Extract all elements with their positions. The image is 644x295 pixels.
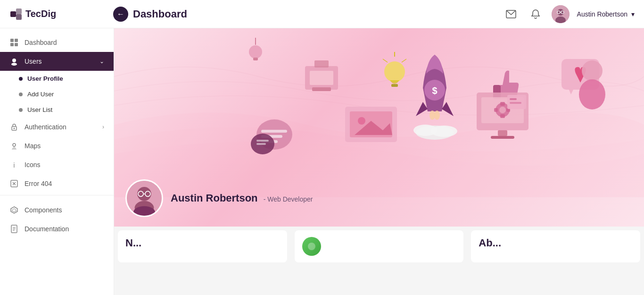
- notification-button[interactable]: [527, 6, 544, 23]
- maps-label: Maps: [25, 142, 104, 150]
- authentication-arrow-icon: ›: [102, 124, 104, 130]
- user-name: Austin Robertson: [577, 10, 627, 18]
- back-icon: ←: [117, 10, 124, 18]
- main-content: $: [114, 28, 644, 295]
- sidebar-sub-user-profile[interactable]: User Profile: [0, 71, 114, 86]
- svg-rect-2: [16, 14, 22, 20]
- svg-marker-22: [11, 207, 17, 213]
- sidebar-item-users[interactable]: Users ⌄: [0, 52, 114, 71]
- svg-rect-1: [16, 8, 22, 14]
- error404-label: Error 404: [25, 180, 104, 187]
- svg-rect-12: [10, 43, 14, 46]
- bell-icon: [531, 9, 540, 19]
- avatar-image: [552, 5, 570, 23]
- user-dropdown-icon: ▾: [631, 10, 635, 18]
- card1-label: N...: [125, 237, 141, 249]
- sidebar: Dashboard Users ⌄ User Profile Add User: [0, 28, 114, 295]
- sidebar-item-error404[interactable]: Error 404: [0, 174, 114, 193]
- error-icon: [9, 179, 19, 188]
- dot-icon: [19, 93, 23, 96]
- main-layout: Dashboard Users ⌄ User Profile Add User: [0, 28, 644, 295]
- mail-button[interactable]: [503, 6, 520, 23]
- add-user-label: Add User: [27, 91, 54, 98]
- hero-user-name: Austin Robertson - Web Developer: [171, 192, 313, 204]
- logo[interactable]: TecDig: [9, 8, 113, 21]
- users-submenu: User Profile Add User User List: [0, 71, 114, 118]
- svg-point-17: [14, 128, 15, 129]
- sidebar-item-icons[interactable]: i Icons: [0, 155, 114, 174]
- sidebar-item-documentation[interactable]: Documentation: [0, 219, 114, 238]
- svg-rect-11: [15, 39, 18, 42]
- svg-point-18: [13, 143, 16, 146]
- documentation-label: Documentation: [25, 225, 104, 233]
- users-icon: [9, 57, 19, 66]
- svg-point-15: [11, 63, 17, 66]
- bottom-card-3: Ab...: [471, 230, 640, 262]
- sidebar-sub-add-user[interactable]: Add User: [0, 86, 114, 102]
- hero-avatar-image: [127, 179, 162, 217]
- svg-rect-0: [10, 11, 16, 17]
- page-title: Dashboard: [133, 8, 187, 20]
- svg-point-14: [12, 59, 16, 62]
- hero-user-info: Austin Robertson - Web Developer: [171, 192, 313, 204]
- sidebar-item-dashboard[interactable]: Dashboard: [0, 33, 114, 52]
- documentation-icon: [9, 224, 19, 234]
- components-label: Components: [25, 206, 104, 214]
- hero-avatar: [125, 179, 163, 217]
- sidebar-users-label: Users: [25, 58, 94, 65]
- avatar[interactable]: [552, 5, 570, 23]
- bottom-card-1: N...: [118, 230, 287, 262]
- sidebar-separator: [0, 195, 114, 199]
- maps-icon: [9, 141, 19, 151]
- sidebar-item-label: Dashboard: [25, 39, 104, 46]
- sidebar-item-components[interactable]: Components: [0, 201, 114, 219]
- authentication-label: Authentication: [25, 123, 97, 131]
- header-center: ← Dashboard: [113, 7, 503, 22]
- logo-text: TecDig: [25, 8, 56, 19]
- user-list-label: User List: [27, 106, 52, 113]
- app-header: TecDig ← Dashboard: [0, 0, 644, 28]
- authentication-icon: [9, 122, 19, 132]
- icons-icon: i: [9, 160, 19, 169]
- icons-label: Icons: [25, 161, 104, 169]
- dashboard-icon: [9, 38, 19, 47]
- mail-icon: [506, 10, 516, 18]
- header-right: Austin Robertson ▾: [503, 5, 635, 23]
- hero-profile: Austin Robertson - Web Developer: [114, 172, 644, 227]
- card2-icon: [302, 237, 321, 256]
- sidebar-item-maps[interactable]: Maps: [0, 136, 114, 155]
- dot-icon: [19, 77, 23, 81]
- card3-label: Ab...: [479, 237, 501, 249]
- dot-icon: [19, 108, 23, 112]
- users-arrow-icon: ⌄: [99, 58, 104, 65]
- svg-point-83: [308, 243, 315, 250]
- sidebar-sub-user-list[interactable]: User List: [0, 102, 114, 118]
- svg-rect-10: [10, 39, 14, 42]
- hero-banner: $: [114, 28, 644, 227]
- back-button[interactable]: ←: [113, 7, 128, 22]
- user-profile-label: User Profile: [27, 75, 63, 82]
- svg-marker-23: [12, 209, 16, 212]
- components-icon: [9, 205, 19, 215]
- hero-user-role: - Web Developer: [264, 195, 313, 203]
- logo-icon: [9, 8, 23, 21]
- user-menu[interactable]: Austin Robertson ▾: [577, 10, 635, 18]
- bottom-cards-row: N... Ab...: [114, 227, 644, 266]
- sidebar-item-authentication[interactable]: Authentication ›: [0, 118, 114, 136]
- bottom-card-2: [295, 230, 464, 262]
- svg-rect-13: [15, 43, 18, 46]
